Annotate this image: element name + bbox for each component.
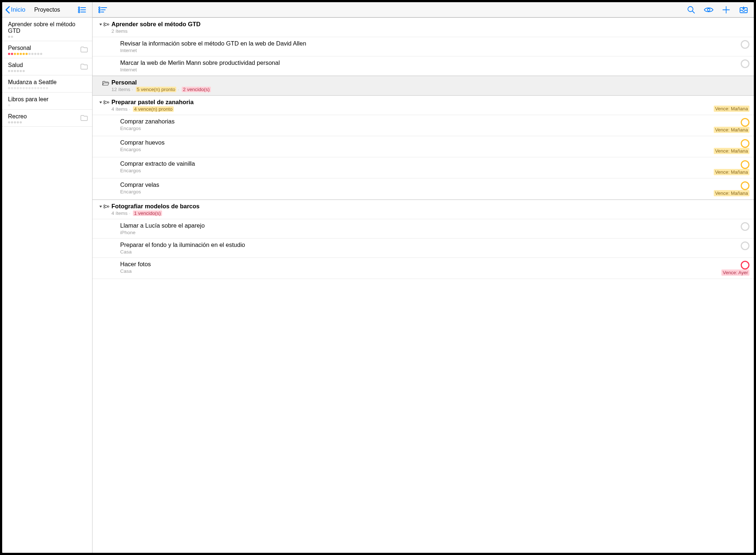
task-row[interactable]: Hacer fotosCasaVence: Ayer [92, 258, 466, 279]
project-icon [103, 204, 109, 209]
svg-point-29 [104, 207, 105, 208]
row-subtitle: Encargos [120, 189, 466, 194]
undo-icon[interactable] [114, 3, 129, 17]
row-subtitle: Encargos [120, 168, 466, 173]
back-button[interactable]: Inicio [5, 6, 25, 14]
row-content: Preparar pastel de zanahoria4 ítems·4 ve… [109, 99, 466, 112]
svg-point-24 [104, 101, 105, 102]
filter-icon[interactable] [95, 3, 110, 17]
row-subtitle: 2 ítems [111, 28, 466, 34]
sidebar-item[interactable]: Recreo [2, 110, 92, 127]
row-subtitle: Internet [120, 67, 466, 72]
sidebar-item[interactable]: Personal [2, 41, 92, 58]
context-label: Encargos [120, 168, 141, 173]
row-content: Comprar huevosEncargos [109, 139, 466, 152]
task-row[interactable]: Preparar el fondo y la iluminación en el… [92, 239, 466, 258]
svg-point-6 [99, 7, 100, 8]
progress-dots [8, 53, 88, 55]
row-content: Comprar zanahoriasEncargos [109, 118, 466, 131]
sidebar-item[interactable]: Libros para leer [2, 92, 92, 110]
row-title: Comprar zanahorias [120, 118, 466, 125]
row-subtitle: Casa [120, 268, 466, 274]
row-content: Comprar velasEncargos [109, 181, 466, 194]
project-icon [103, 100, 109, 105]
due-soon-chip: 4 vence(n) pronto [133, 106, 174, 112]
sidebar-title: Proyectos [34, 7, 60, 13]
row-handle [95, 203, 109, 209]
row-content: Hacer fotosCasa [109, 261, 466, 274]
disclosure-triangle-icon[interactable] [99, 23, 102, 26]
sidebar: Inicio Proyectos Aprender sobre el métod… [2, 2, 92, 342]
row-title: Comprar extracto de vainilla [120, 160, 466, 167]
view-options-icon[interactable] [75, 3, 89, 17]
task-row[interactable]: Comprar zanahoriasEncargosVence: Mañana [92, 115, 466, 136]
progress-dots [8, 121, 88, 123]
progress-dots [8, 104, 88, 106]
project-row[interactable]: Fotografiar modelos de barcos4 ítems·1 v… [92, 200, 466, 219]
row-title: Preparar pastel de zanahoria [111, 99, 466, 106]
row-title: Aprender sobre el método GTD [111, 21, 466, 28]
main-list: Aprender sobre el método GTD2 ítemsRevis… [92, 17, 466, 342]
row-subtitle: 12 ítems·5 vence(n) pronto·2 vencido(s) [111, 87, 466, 92]
sidebar-item-title: Salud [8, 62, 88, 68]
task-row[interactable]: Revisar la información sobre el método G… [92, 37, 466, 56]
folder-icon [80, 47, 88, 52]
task-row[interactable]: Comprar extracto de vainillaEncargosVenc… [92, 157, 466, 178]
folder-row[interactable]: Personal12 ítems·5 vence(n) pronto·2 ven… [92, 76, 466, 95]
row-title: Personal [111, 79, 466, 86]
row-subtitle: Encargos [120, 126, 466, 131]
context-label: Casa [120, 249, 132, 255]
svg-marker-27 [99, 205, 102, 207]
row-handle [95, 40, 109, 42]
row-subtitle: iPhone [120, 230, 466, 235]
progress-dots [8, 36, 88, 38]
task-row[interactable]: Marcar la web de Merlin Mann sobre produ… [92, 56, 466, 76]
progress-dots [8, 70, 88, 72]
svg-marker-23 [99, 101, 102, 103]
context-label: Encargos [120, 126, 141, 131]
row-title: Comprar velas [120, 181, 466, 188]
sidebar-item-title: Aprender sobre el método GTD [8, 21, 88, 34]
svg-point-20 [104, 23, 105, 24]
svg-point-0 [78, 7, 80, 8]
row-content: Fotografiar modelos de barcos4 ítems·1 v… [109, 203, 466, 216]
row-handle [95, 79, 109, 86]
svg-point-22 [107, 24, 109, 25]
row-content: Aprender sobre el método GTD2 ítems [109, 21, 466, 34]
task-row[interactable]: Comprar velasEncargosVence: Mañana [92, 178, 466, 200]
row-handle [95, 181, 109, 183]
sidebar-item[interactable]: Aprender sobre el método GTD [2, 17, 92, 41]
row-title: Preparar el fondo y la iluminación en el… [120, 241, 466, 248]
context-label: Internet [120, 67, 137, 72]
row-content: Preparar el fondo y la iluminación en el… [109, 241, 466, 255]
svg-point-30 [107, 206, 109, 207]
sidebar-item-title: Libros para leer [8, 96, 88, 103]
due-soon-chip: 5 vence(n) pronto [136, 87, 177, 92]
task-row[interactable]: Comprar huevosEncargosVence: Mañana [92, 136, 466, 157]
disclosure-triangle-icon[interactable] [99, 205, 102, 208]
row-handle [95, 139, 109, 141]
project-row[interactable]: Aprender sobre el método GTD2 ítems [92, 17, 466, 37]
disclosure-triangle-icon[interactable] [99, 101, 102, 104]
sidebar-item-title: Recreo [8, 113, 88, 120]
row-content: Marcar la web de Merlin Mann sobre produ… [109, 59, 466, 72]
overdue-chip: 1 vencido(s) [133, 210, 162, 216]
row-handle [95, 99, 109, 105]
context-label: Encargos [120, 189, 141, 194]
row-title: Comprar huevos [120, 139, 466, 146]
progress-dots [8, 87, 88, 89]
sidebar-item[interactable]: Mudanza a Seattle [2, 75, 92, 92]
row-title: Fotografiar modelos de barcos [111, 203, 466, 210]
row-title: Hacer fotos [120, 261, 466, 268]
svg-marker-19 [99, 23, 102, 25]
context-label: Casa [120, 268, 132, 274]
row-subtitle: Encargos [120, 147, 466, 152]
overdue-chip: 2 vencido(s) [182, 87, 211, 92]
svg-point-4 [78, 11, 80, 13]
context-label: Internet [120, 48, 137, 53]
task-row[interactable]: Llamar a Lucía sobre el aparejoiPhone [92, 219, 466, 239]
sidebar-item[interactable]: Salud [2, 58, 92, 75]
svg-point-8 [99, 9, 100, 11]
project-row[interactable]: Preparar pastel de zanahoria4 ítems·4 ve… [92, 95, 466, 115]
svg-point-28 [104, 205, 105, 206]
